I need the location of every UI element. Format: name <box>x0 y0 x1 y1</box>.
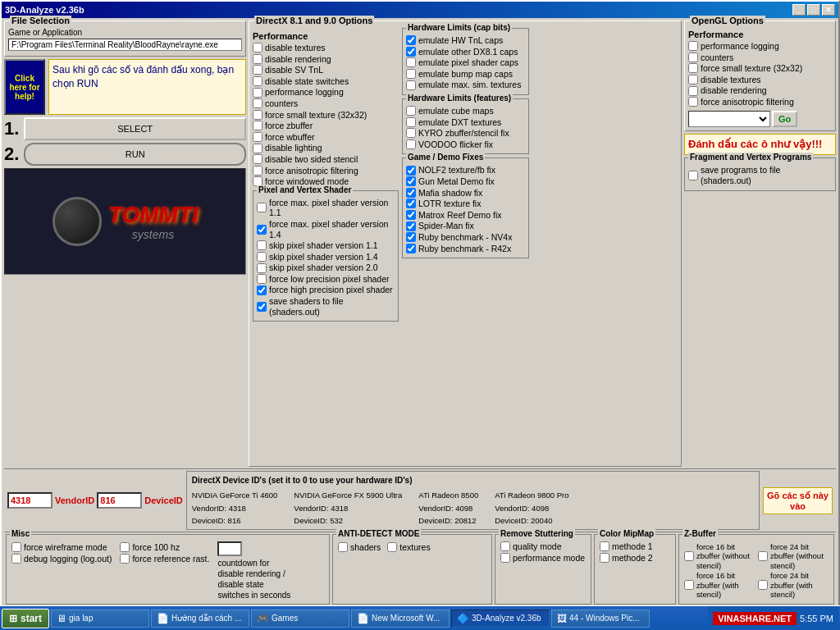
nvidia-vendor: VendorID: 4318 <box>294 504 348 513</box>
window-title: 3D-Analyze v2.36b <box>5 5 84 15</box>
pixel-shader-options-checkbox-6[interactable] <box>257 285 267 295</box>
hw-cap-options-checkbox-2[interactable] <box>406 57 416 67</box>
logo-text: TOMMTI <box>108 202 199 228</box>
game-fixes-options-checkbox-6[interactable] <box>406 232 416 242</box>
zb-cb2-1[interactable] <box>758 580 768 590</box>
opengl-options-checkbox-1[interactable] <box>688 52 698 62</box>
misc-cb2-0[interactable] <box>120 542 130 552</box>
zb-cb-0[interactable] <box>684 551 694 561</box>
misc-cb-0[interactable] <box>11 542 21 552</box>
perf-options-checkbox-2[interactable] <box>253 65 262 75</box>
zb-row: force 16 bit zbuffer (without stencil) <box>684 542 755 570</box>
remove-stutter-options-checkbox-1[interactable] <box>500 553 510 563</box>
zb-cb2-0[interactable] <box>758 551 768 561</box>
hw-feat-options-checkbox-3[interactable] <box>406 139 416 149</box>
checkbox-row: Ruby benchmark - NV4x <box>406 232 525 243</box>
pixel-shader-title: Pixel and Vertex Shader <box>257 185 353 194</box>
zb-cb-1[interactable] <box>684 580 694 590</box>
checkbox-row: Matrox Reef Demo fix <box>406 210 525 221</box>
perf-options-checkbox-0[interactable] <box>253 43 262 52</box>
game-fixes-options-checkbox-2[interactable] <box>406 188 416 198</box>
checkbox-row: Ruby benchmark - R42x <box>406 244 525 254</box>
zb-row2: force 24 bit zbuffer (without stencil) <box>758 542 829 570</box>
pixel-shader-options-label-6: force high precision pixel shader <box>269 285 393 295</box>
opengl-options-checkbox-4[interactable] <box>688 86 698 96</box>
perf-options-checkbox-6[interactable] <box>253 110 262 120</box>
checkbox-row: disable rendering <box>688 85 832 96</box>
anti-detect-options: shaderstextures <box>338 541 486 554</box>
hw-feat-options-checkbox-1[interactable] <box>406 117 416 127</box>
game-fixes-options-checkbox-4[interactable] <box>406 210 416 220</box>
run-button[interactable]: RUN <box>24 143 246 166</box>
misc-cb2-1[interactable] <box>120 554 130 564</box>
maximize-button[interactable]: □ <box>807 4 820 16</box>
game-fixes-options-checkbox-3[interactable] <box>406 199 416 208</box>
select-button[interactable]: SELECT <box>24 117 246 140</box>
perf-options-checkbox-9[interactable] <box>253 144 262 153</box>
countdown-input[interactable]: 0 <box>217 541 242 556</box>
perf-options-checkbox-10[interactable] <box>253 154 262 164</box>
perf-options-checkbox-8[interactable] <box>253 132 262 142</box>
opengl-options-label-5: force anisotropic filtering <box>701 97 794 107</box>
checkbox-row: emulate HW TnL caps <box>406 35 525 46</box>
perf-options-checkbox-7[interactable] <box>253 121 262 130</box>
hw-cap-options-checkbox-4[interactable] <box>406 80 416 90</box>
hw-cap-options-checkbox-3[interactable] <box>406 69 416 79</box>
game-fixes-options-checkbox-7[interactable] <box>406 244 416 253</box>
help-button[interactable]: Click here for help! <box>4 59 45 115</box>
perf-options-checkbox-11[interactable] <box>253 166 262 176</box>
opengl-combo[interactable] <box>688 111 770 127</box>
misc-row: force wireframe mode <box>11 542 112 553</box>
hw-cap-options-checkbox-0[interactable] <box>406 35 416 45</box>
taskbar-item-4[interactable]: 🔷3D-Analyze v2.36b <box>451 609 550 628</box>
anti-cb-1[interactable] <box>387 542 397 552</box>
opengl-options-checkbox-0[interactable] <box>688 41 698 51</box>
game-fixes-options-checkbox-5[interactable] <box>406 221 416 231</box>
perf-options-checkbox-1[interactable] <box>253 54 262 64</box>
hw-feat-options-checkbox-2[interactable] <box>406 128 416 138</box>
hw-cap-options-checkbox-1[interactable] <box>406 47 416 57</box>
pixel-shader-options-checkbox-3[interactable] <box>257 252 267 262</box>
taskbar-item-3[interactable]: 📄New Microsoft W... <box>351 609 450 628</box>
pixel-shader-options-checkbox-7[interactable] <box>257 302 267 312</box>
start-button[interactable]: ⊞ start <box>2 609 49 628</box>
remove-stutter-options-checkbox-0[interactable] <box>500 541 510 551</box>
minimize-button[interactable]: _ <box>792 4 806 16</box>
perf-options-checkbox-5[interactable] <box>253 98 262 108</box>
step1-label: 1. <box>4 118 19 139</box>
close-button[interactable]: ✕ <box>822 4 835 16</box>
vendor-id-input[interactable] <box>7 492 52 509</box>
hw-cap-options-label-4: emulate max. sim. textures <box>418 80 521 90</box>
pixel-shader-options-checkbox-1[interactable] <box>257 225 267 235</box>
checkbox-row: emulate cube maps <box>406 106 525 116</box>
anti-cb-0[interactable] <box>338 542 348 552</box>
device-id-input[interactable] <box>97 492 142 509</box>
pixel-shader-options-checkbox-4[interactable] <box>257 263 267 273</box>
perf-options-checkbox-4[interactable] <box>253 88 262 98</box>
taskbar-item-0[interactable]: 🖥gia lap <box>51 609 149 628</box>
annotation-check: Đánh dấu các ô như vậy!!! <box>688 138 832 152</box>
fragment-options-checkbox-0[interactable] <box>688 171 698 180</box>
misc-options-2: force 100 hzforce reference rast. <box>120 541 209 600</box>
opengl-options-checkbox-2[interactable] <box>688 63 698 73</box>
go-button[interactable]: Go <box>772 111 797 127</box>
hw-feat-options-checkbox-0[interactable] <box>406 106 416 116</box>
perf-options-checkbox-3[interactable] <box>253 76 262 86</box>
game-fixes-options-checkbox-0[interactable] <box>406 166 416 176</box>
nvidia-name: NVIDIA GeForce FX 5900 Ultra <box>294 491 402 500</box>
taskbar-item-2[interactable]: 🎮Games <box>251 609 349 628</box>
pixel-shader-options-checkbox-2[interactable] <box>257 240 267 250</box>
perf-options-label-2: disable SV TnL <box>265 65 323 75</box>
misc-cb-1[interactable] <box>11 554 21 564</box>
pixel-shader-options-checkbox-5[interactable] <box>257 274 267 284</box>
game-fixes-options-checkbox-1[interactable] <box>406 176 416 186</box>
color-mipmap-options-checkbox-1[interactable] <box>600 553 609 563</box>
opengl-options-checkbox-3[interactable] <box>688 75 698 84</box>
taskbar-item-1[interactable]: 📄Hướng dẫn cách ... <box>151 609 249 628</box>
color-mipmap-options-checkbox-0[interactable] <box>600 541 609 551</box>
checkbox-row: NOLF2 texture/fb fix <box>406 165 525 176</box>
taskbar-item-5[interactable]: 🖼44 - Windows Pic... <box>551 609 650 628</box>
opengl-options-checkbox-5[interactable] <box>688 97 698 107</box>
game-fixes-options-label-3: LOTR texture fix <box>418 199 481 209</box>
pixel-shader-options-checkbox-0[interactable] <box>257 203 267 212</box>
